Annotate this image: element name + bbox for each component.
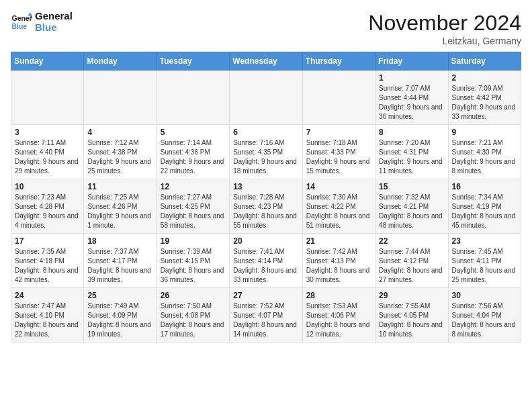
calendar-cell: 6Sunrise: 7:16 AM Sunset: 4:35 PM Daylig… [230, 125, 302, 179]
week-row-0: 1Sunrise: 7:07 AM Sunset: 4:44 PM Daylig… [11, 71, 521, 125]
logo-icon: General Blue [11, 11, 32, 33]
week-row-3: 17Sunrise: 7:35 AM Sunset: 4:18 PM Dayli… [11, 234, 521, 288]
day-number: 24 [15, 291, 80, 300]
week-row-4: 24Sunrise: 7:47 AM Sunset: 4:10 PM Dayli… [11, 288, 521, 342]
day-number: 20 [233, 236, 298, 246]
day-number: 17 [15, 236, 80, 246]
day-info: Sunrise: 7:25 AM Sunset: 4:26 PM Dayligh… [87, 193, 152, 230]
day-info: Sunrise: 7:44 AM Sunset: 4:12 PM Dayligh… [379, 247, 444, 285]
day-number: 10 [15, 182, 80, 191]
header-sunday: Sunday [11, 52, 84, 71]
week-row-1: 3Sunrise: 7:11 AM Sunset: 4:40 PM Daylig… [11, 125, 521, 179]
day-number: 25 [87, 291, 152, 300]
calendar-cell: 12Sunrise: 7:27 AM Sunset: 4:25 PM Dayli… [157, 179, 229, 234]
logo: General Blue General Blue [11, 11, 73, 33]
calendar-cell: 11Sunrise: 7:25 AM Sunset: 4:26 PM Dayli… [84, 179, 157, 234]
header-wednesday: Wednesday [230, 52, 302, 71]
calendar-cell: 2Sunrise: 7:09 AM Sunset: 4:42 PM Daylig… [448, 71, 521, 125]
calendar-cell: 22Sunrise: 7:44 AM Sunset: 4:12 PM Dayli… [375, 234, 448, 288]
day-number: 27 [233, 291, 298, 300]
calendar-table: SundayMondayTuesdayWednesdayThursdayFrid… [11, 52, 521, 342]
header-monday: Monday [84, 52, 157, 71]
day-number: 5 [161, 128, 226, 137]
location: Leitzkau, Germany [368, 36, 521, 46]
calendar-cell: 5Sunrise: 7:14 AM Sunset: 4:36 PM Daylig… [157, 125, 229, 179]
day-info: Sunrise: 7:37 AM Sunset: 4:17 PM Dayligh… [87, 247, 152, 285]
day-info: Sunrise: 7:07 AM Sunset: 4:44 PM Dayligh… [379, 84, 444, 122]
calendar-cell [157, 71, 229, 125]
day-info: Sunrise: 7:42 AM Sunset: 4:13 PM Dayligh… [306, 247, 371, 285]
day-number: 11 [87, 182, 152, 191]
header-thursday: Thursday [302, 52, 375, 71]
day-info: Sunrise: 7:49 AM Sunset: 4:09 PM Dayligh… [87, 302, 152, 339]
day-number: 15 [379, 182, 444, 191]
day-info: Sunrise: 7:47 AM Sunset: 4:10 PM Dayligh… [15, 302, 80, 339]
day-number: 1 [379, 73, 444, 83]
day-number: 29 [379, 291, 444, 300]
day-number: 22 [379, 236, 444, 246]
header-saturday: Saturday [448, 52, 521, 71]
day-info: Sunrise: 7:45 AM Sunset: 4:11 PM Dayligh… [452, 247, 517, 285]
calendar-cell: 3Sunrise: 7:11 AM Sunset: 4:40 PM Daylig… [11, 125, 84, 179]
day-number: 9 [452, 128, 517, 137]
day-number: 12 [161, 182, 226, 191]
day-info: Sunrise: 7:41 AM Sunset: 4:14 PM Dayligh… [233, 247, 298, 285]
day-number: 2 [452, 73, 517, 83]
calendar-cell: 18Sunrise: 7:37 AM Sunset: 4:17 PM Dayli… [84, 234, 157, 288]
title-area: November 2024 Leitzkau, Germany [368, 11, 521, 46]
svg-marker-2 [28, 12, 32, 15]
day-info: Sunrise: 7:16 AM Sunset: 4:35 PM Dayligh… [233, 138, 298, 176]
day-info: Sunrise: 7:52 AM Sunset: 4:07 PM Dayligh… [233, 302, 298, 339]
day-info: Sunrise: 7:21 AM Sunset: 4:30 PM Dayligh… [452, 138, 517, 176]
day-number: 8 [379, 128, 444, 137]
day-number: 26 [161, 291, 226, 300]
calendar-header-row: SundayMondayTuesdayWednesdayThursdayFrid… [11, 52, 521, 71]
day-info: Sunrise: 7:09 AM Sunset: 4:42 PM Dayligh… [452, 84, 517, 122]
header-friday: Friday [375, 52, 448, 71]
calendar-cell: 15Sunrise: 7:32 AM Sunset: 4:21 PM Dayli… [375, 179, 448, 234]
day-info: Sunrise: 7:55 AM Sunset: 4:05 PM Dayligh… [379, 302, 444, 339]
day-info: Sunrise: 7:14 AM Sunset: 4:36 PM Dayligh… [161, 138, 226, 176]
day-number: 6 [233, 128, 298, 137]
day-number: 16 [452, 182, 517, 191]
calendar-cell: 21Sunrise: 7:42 AM Sunset: 4:13 PM Dayli… [302, 234, 375, 288]
svg-text:General: General [12, 15, 32, 22]
day-info: Sunrise: 7:18 AM Sunset: 4:33 PM Dayligh… [306, 138, 371, 176]
calendar-cell: 20Sunrise: 7:41 AM Sunset: 4:14 PM Dayli… [230, 234, 302, 288]
day-number: 14 [306, 182, 371, 191]
day-number: 13 [233, 182, 298, 191]
calendar-cell: 17Sunrise: 7:35 AM Sunset: 4:18 PM Dayli… [11, 234, 84, 288]
svg-text:Blue: Blue [12, 22, 28, 30]
day-number: 23 [452, 236, 517, 246]
day-info: Sunrise: 7:23 AM Sunset: 4:28 PM Dayligh… [15, 193, 80, 230]
calendar-cell: 1Sunrise: 7:07 AM Sunset: 4:44 PM Daylig… [375, 71, 448, 125]
day-number: 21 [306, 236, 371, 246]
calendar-cell: 8Sunrise: 7:20 AM Sunset: 4:31 PM Daylig… [375, 125, 448, 179]
logo-general-text: General [35, 11, 73, 22]
calendar-cell [11, 71, 84, 125]
calendar-cell: 24Sunrise: 7:47 AM Sunset: 4:10 PM Dayli… [11, 288, 84, 342]
calendar-cell: 16Sunrise: 7:34 AM Sunset: 4:19 PM Dayli… [448, 179, 521, 234]
day-info: Sunrise: 7:30 AM Sunset: 4:22 PM Dayligh… [306, 193, 371, 230]
day-number: 7 [306, 128, 371, 137]
day-info: Sunrise: 7:34 AM Sunset: 4:19 PM Dayligh… [452, 193, 517, 230]
header-tuesday: Tuesday [157, 52, 229, 71]
calendar-cell: 23Sunrise: 7:45 AM Sunset: 4:11 PM Dayli… [448, 234, 521, 288]
calendar-cell: 10Sunrise: 7:23 AM Sunset: 4:28 PM Dayli… [11, 179, 84, 234]
day-number: 18 [87, 236, 152, 246]
calendar-cell: 26Sunrise: 7:50 AM Sunset: 4:08 PM Dayli… [157, 288, 229, 342]
day-info: Sunrise: 7:12 AM Sunset: 4:38 PM Dayligh… [87, 138, 152, 176]
day-info: Sunrise: 7:35 AM Sunset: 4:18 PM Dayligh… [15, 247, 80, 285]
calendar-cell: 25Sunrise: 7:49 AM Sunset: 4:09 PM Dayli… [84, 288, 157, 342]
day-info: Sunrise: 7:20 AM Sunset: 4:31 PM Dayligh… [379, 138, 444, 176]
calendar-cell: 4Sunrise: 7:12 AM Sunset: 4:38 PM Daylig… [84, 125, 157, 179]
calendar-cell: 14Sunrise: 7:30 AM Sunset: 4:22 PM Dayli… [302, 179, 375, 234]
calendar-cell: 7Sunrise: 7:18 AM Sunset: 4:33 PM Daylig… [302, 125, 375, 179]
day-info: Sunrise: 7:56 AM Sunset: 4:04 PM Dayligh… [452, 302, 517, 339]
week-row-2: 10Sunrise: 7:23 AM Sunset: 4:28 PM Dayli… [11, 179, 521, 234]
day-number: 28 [306, 291, 371, 300]
day-info: Sunrise: 7:50 AM Sunset: 4:08 PM Dayligh… [161, 302, 226, 339]
day-info: Sunrise: 7:32 AM Sunset: 4:21 PM Dayligh… [379, 193, 444, 230]
page-header: General Blue General Blue November 2024 … [11, 11, 521, 46]
calendar-cell: 29Sunrise: 7:55 AM Sunset: 4:05 PM Dayli… [375, 288, 448, 342]
